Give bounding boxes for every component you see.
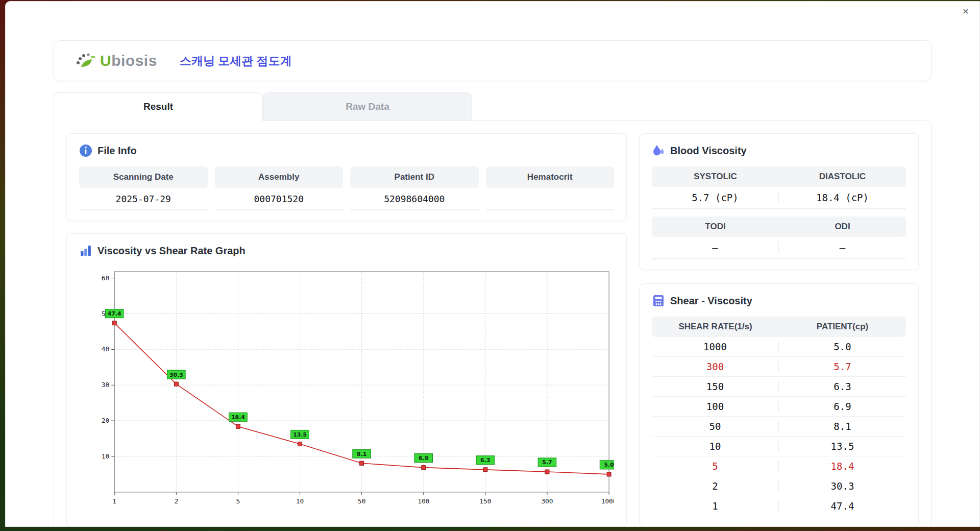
table-row: 1 47.4 <box>652 496 906 516</box>
svg-text:10: 10 <box>102 452 109 460</box>
cell-shear: 1 <box>652 500 779 512</box>
field-label: Assembly <box>215 166 344 188</box>
cell-patient: 30.3 <box>779 480 906 492</box>
svg-text:100: 100 <box>418 497 429 505</box>
table-row: 150 6.3 <box>652 377 906 397</box>
shear-viscosity-card: Shear - Viscosity SHEAR RATE(1/s) PATIEN… <box>639 283 919 527</box>
svg-text:1000: 1000 <box>601 497 614 505</box>
cell-patient: 8.1 <box>779 421 906 432</box>
cell-patient: 6.9 <box>779 401 906 412</box>
svg-text:18.4: 18.4 <box>231 414 245 421</box>
svg-text:20: 20 <box>102 417 109 424</box>
table-row: 1000 5.0 <box>652 337 906 357</box>
svg-text:13.5: 13.5 <box>293 431 307 438</box>
bv-header-row-1: SYSTOLIC DIASTOLIC <box>652 166 906 187</box>
header: Ubiosis 스캐닝 모세관 점도계 <box>54 40 932 81</box>
table-row: 50 8.1 <box>652 417 906 437</box>
svg-text:300: 300 <box>541 497 553 505</box>
bv-value-todi: – <box>652 242 779 253</box>
svg-text:10: 10 <box>296 497 304 505</box>
graph-title: Viscosity vs Shear Rate Graph <box>97 245 246 257</box>
cell-shear: 2 <box>652 480 779 492</box>
bv-value-row-1: 5.7 (cP) 18.4 (cP) <box>652 187 906 209</box>
svg-text:50: 50 <box>358 497 365 505</box>
cell-shear: 100 <box>652 401 779 412</box>
info-icon <box>79 144 92 157</box>
tab-bar: Result Raw Data <box>54 92 932 120</box>
field-label: Hematocrit <box>486 166 615 188</box>
ubiosis-logo: Ubiosis <box>75 51 157 70</box>
ubiosis-leaf-icon <box>75 51 96 70</box>
content-panel: File Info Scanning Date 2025-07-29 Assem… <box>54 120 932 527</box>
cell-patient: 6.3 <box>779 381 906 392</box>
svg-text:1: 1 <box>112 497 116 505</box>
svg-text:150: 150 <box>479 497 491 505</box>
cell-shear: 5 <box>652 461 779 472</box>
bv-header-diastolic: DIASTOLIC <box>779 172 906 182</box>
table-row: 2 30.3 <box>652 476 906 496</box>
bv-header-systolic: SYSTOLIC <box>652 172 779 182</box>
field-value <box>486 188 615 210</box>
shear-viscosity-title: Shear - Viscosity <box>670 295 752 307</box>
right-column: Blood Viscosity SYSTOLIC DIASTOLIC 5.7 (… <box>639 133 919 527</box>
graph-card: Viscosity vs Shear Rate Graph 1020304050… <box>66 233 627 527</box>
table-row: 300 5.7 <box>652 357 906 377</box>
svg-text:8.1: 8.1 <box>357 451 366 457</box>
cell-shear: 10 <box>652 441 779 452</box>
bv-value-odi: – <box>779 242 906 253</box>
file-info-fields: Scanning Date 2025-07-29 Assembly 000701… <box>79 166 614 210</box>
tab-raw-data[interactable]: Raw Data <box>263 92 472 121</box>
svg-text:30: 30 <box>102 381 109 389</box>
field-label: Scanning Date <box>79 166 208 188</box>
field-patient-id: Patient ID 52098604000 <box>350 166 479 210</box>
cell-patient: 18.4 <box>779 461 906 472</box>
cell-patient: 13.5 <box>779 441 906 452</box>
svg-text:2: 2 <box>174 497 178 505</box>
blood-viscosity-card: Blood Viscosity SYSTOLIC DIASTOLIC 5.7 (… <box>639 133 919 270</box>
bv-header-odi: ODI <box>779 222 906 232</box>
table-row: 10 13.5 <box>652 437 906 456</box>
table-row: 100 6.9 <box>652 397 906 417</box>
viscosity-chart: 1020304050601251050100150300100047.430.3… <box>79 267 614 509</box>
bv-header-todi: TODI <box>652 222 779 232</box>
file-info-card: File Info Scanning Date 2025-07-29 Assem… <box>66 133 627 221</box>
field-scanning-date: Scanning Date 2025-07-29 <box>79 166 208 210</box>
file-info-title: File Info <box>97 145 137 157</box>
cell-patient: 5.0 <box>779 341 906 352</box>
patient-header: PATIENT(cp) <box>779 322 906 332</box>
field-value: 52098604000 <box>350 188 479 210</box>
svg-text:30.3: 30.3 <box>169 372 183 378</box>
cell-patient: 5.7 <box>779 361 906 372</box>
cell-shear: 50 <box>652 421 779 432</box>
svg-text:5: 5 <box>236 497 240 505</box>
cell-patient: 47.4 <box>779 500 906 512</box>
cell-shear: 1000 <box>652 341 779 352</box>
field-label: Patient ID <box>350 166 479 188</box>
bv-value-diastolic: 18.4 (cP) <box>779 192 906 203</box>
left-column: File Info Scanning Date 2025-07-29 Assem… <box>66 133 627 527</box>
bar-chart-icon <box>79 244 92 257</box>
svg-text:60: 60 <box>102 274 109 282</box>
svg-text:47.4: 47.4 <box>108 310 121 317</box>
close-button[interactable]: × <box>959 5 972 18</box>
cell-shear: 150 <box>652 381 779 392</box>
bv-value-systolic: 5.7 (cP) <box>652 192 779 203</box>
field-value: 2025-07-29 <box>79 188 208 210</box>
calculator-icon <box>652 294 665 307</box>
bv-header-row-2: TODI ODI <box>652 216 906 237</box>
droplet-icon <box>652 144 665 157</box>
bv-value-row-2: – – <box>652 237 906 259</box>
table-row: 5 18.4 <box>652 456 906 476</box>
field-value: 000701520 <box>215 188 344 210</box>
svg-text:5.7: 5.7 <box>542 459 552 466</box>
cell-shear: 300 <box>652 361 779 372</box>
shear-table-header: SHEAR RATE(1/s) PATIENT(cp) <box>652 317 906 337</box>
svg-text:6.9: 6.9 <box>419 455 428 462</box>
logo-text: Ubiosis <box>100 52 157 69</box>
svg-text:6.3: 6.3 <box>480 457 490 464</box>
svg-text:5.0: 5.0 <box>604 462 614 468</box>
main-container: Ubiosis 스캐닝 모세관 점도계 Result Raw Data <box>54 40 932 527</box>
field-hematocrit: Hematocrit <box>486 166 615 210</box>
tab-result[interactable]: Result <box>54 92 263 121</box>
svg-text:40: 40 <box>102 345 109 353</box>
